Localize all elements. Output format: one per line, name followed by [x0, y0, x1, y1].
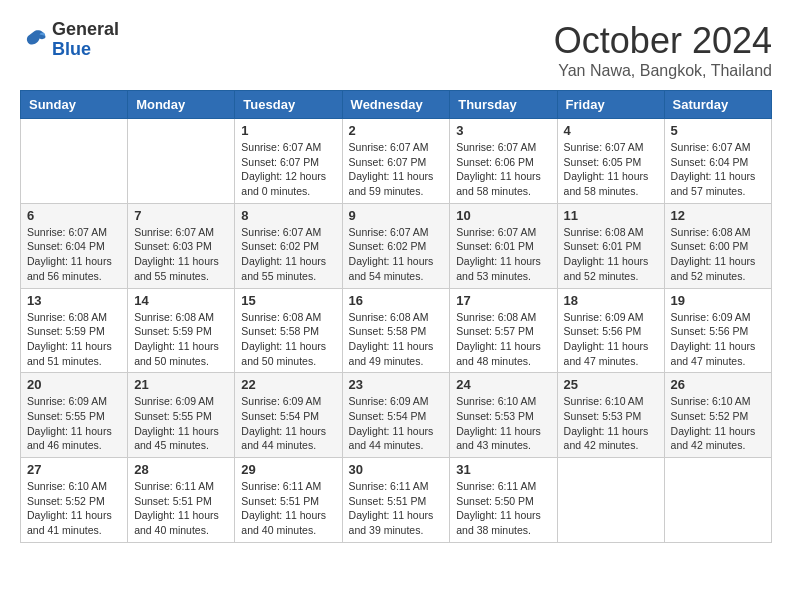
- day-info: Sunrise: 6:07 AMSunset: 6:02 PMDaylight:…: [241, 225, 335, 284]
- day-info: Sunrise: 6:11 AMSunset: 5:51 PMDaylight:…: [349, 479, 444, 538]
- day-info: Sunrise: 6:08 AMSunset: 5:59 PMDaylight:…: [134, 310, 228, 369]
- day-info: Sunrise: 6:08 AMSunset: 6:01 PMDaylight:…: [564, 225, 658, 284]
- weekday-header-thursday: Thursday: [450, 91, 557, 119]
- calendar-cell: [128, 119, 235, 204]
- week-row-1: 1Sunrise: 6:07 AMSunset: 6:07 PMDaylight…: [21, 119, 772, 204]
- calendar-table: SundayMondayTuesdayWednesdayThursdayFrid…: [20, 90, 772, 543]
- calendar-cell: 15Sunrise: 6:08 AMSunset: 5:58 PMDayligh…: [235, 288, 342, 373]
- location-subtitle: Yan Nawa, Bangkok, Thailand: [554, 62, 772, 80]
- calendar-cell: 7Sunrise: 6:07 AMSunset: 6:03 PMDaylight…: [128, 203, 235, 288]
- day-number: 6: [27, 208, 121, 223]
- logo-icon: [20, 26, 48, 54]
- weekday-header-tuesday: Tuesday: [235, 91, 342, 119]
- calendar-cell: 21Sunrise: 6:09 AMSunset: 5:55 PMDayligh…: [128, 373, 235, 458]
- day-number: 30: [349, 462, 444, 477]
- day-number: 18: [564, 293, 658, 308]
- day-number: 8: [241, 208, 335, 223]
- day-number: 28: [134, 462, 228, 477]
- calendar-cell: 17Sunrise: 6:08 AMSunset: 5:57 PMDayligh…: [450, 288, 557, 373]
- day-number: 4: [564, 123, 658, 138]
- day-number: 1: [241, 123, 335, 138]
- day-number: 25: [564, 377, 658, 392]
- day-number: 10: [456, 208, 550, 223]
- day-info: Sunrise: 6:10 AMSunset: 5:52 PMDaylight:…: [27, 479, 121, 538]
- week-row-5: 27Sunrise: 6:10 AMSunset: 5:52 PMDayligh…: [21, 458, 772, 543]
- logo: General Blue: [20, 20, 119, 60]
- day-number: 15: [241, 293, 335, 308]
- calendar-cell: 29Sunrise: 6:11 AMSunset: 5:51 PMDayligh…: [235, 458, 342, 543]
- calendar-cell: 19Sunrise: 6:09 AMSunset: 5:56 PMDayligh…: [664, 288, 771, 373]
- day-info: Sunrise: 6:08 AMSunset: 5:57 PMDaylight:…: [456, 310, 550, 369]
- calendar-cell: 5Sunrise: 6:07 AMSunset: 6:04 PMDaylight…: [664, 119, 771, 204]
- day-info: Sunrise: 6:11 AMSunset: 5:50 PMDaylight:…: [456, 479, 550, 538]
- calendar-cell: 16Sunrise: 6:08 AMSunset: 5:58 PMDayligh…: [342, 288, 450, 373]
- calendar-cell: [557, 458, 664, 543]
- calendar-cell: 2Sunrise: 6:07 AMSunset: 6:07 PMDaylight…: [342, 119, 450, 204]
- day-number: 16: [349, 293, 444, 308]
- calendar-cell: 3Sunrise: 6:07 AMSunset: 6:06 PMDaylight…: [450, 119, 557, 204]
- day-info: Sunrise: 6:10 AMSunset: 5:52 PMDaylight:…: [671, 394, 765, 453]
- calendar-cell: 22Sunrise: 6:09 AMSunset: 5:54 PMDayligh…: [235, 373, 342, 458]
- weekday-header-wednesday: Wednesday: [342, 91, 450, 119]
- day-info: Sunrise: 6:07 AMSunset: 6:04 PMDaylight:…: [671, 140, 765, 199]
- day-number: 21: [134, 377, 228, 392]
- day-number: 31: [456, 462, 550, 477]
- calendar-cell: 23Sunrise: 6:09 AMSunset: 5:54 PMDayligh…: [342, 373, 450, 458]
- calendar-cell: 4Sunrise: 6:07 AMSunset: 6:05 PMDaylight…: [557, 119, 664, 204]
- calendar-cell: 20Sunrise: 6:09 AMSunset: 5:55 PMDayligh…: [21, 373, 128, 458]
- calendar-cell: 6Sunrise: 6:07 AMSunset: 6:04 PMDaylight…: [21, 203, 128, 288]
- page-header: General Blue October 2024 Yan Nawa, Bang…: [20, 20, 772, 80]
- weekday-header-saturday: Saturday: [664, 91, 771, 119]
- weekday-header-row: SundayMondayTuesdayWednesdayThursdayFrid…: [21, 91, 772, 119]
- calendar-cell: 18Sunrise: 6:09 AMSunset: 5:56 PMDayligh…: [557, 288, 664, 373]
- day-number: 2: [349, 123, 444, 138]
- week-row-2: 6Sunrise: 6:07 AMSunset: 6:04 PMDaylight…: [21, 203, 772, 288]
- title-section: October 2024 Yan Nawa, Bangkok, Thailand: [554, 20, 772, 80]
- day-info: Sunrise: 6:08 AMSunset: 6:00 PMDaylight:…: [671, 225, 765, 284]
- day-info: Sunrise: 6:09 AMSunset: 5:56 PMDaylight:…: [564, 310, 658, 369]
- day-info: Sunrise: 6:07 AMSunset: 6:07 PMDaylight:…: [241, 140, 335, 199]
- day-info: Sunrise: 6:11 AMSunset: 5:51 PMDaylight:…: [241, 479, 335, 538]
- calendar-cell: [21, 119, 128, 204]
- calendar-cell: 30Sunrise: 6:11 AMSunset: 5:51 PMDayligh…: [342, 458, 450, 543]
- logo-general: General: [52, 20, 119, 40]
- weekday-header-sunday: Sunday: [21, 91, 128, 119]
- day-info: Sunrise: 6:07 AMSunset: 6:07 PMDaylight:…: [349, 140, 444, 199]
- week-row-4: 20Sunrise: 6:09 AMSunset: 5:55 PMDayligh…: [21, 373, 772, 458]
- calendar-cell: 24Sunrise: 6:10 AMSunset: 5:53 PMDayligh…: [450, 373, 557, 458]
- day-info: Sunrise: 6:08 AMSunset: 5:58 PMDaylight:…: [349, 310, 444, 369]
- day-number: 5: [671, 123, 765, 138]
- day-info: Sunrise: 6:11 AMSunset: 5:51 PMDaylight:…: [134, 479, 228, 538]
- calendar-cell: 8Sunrise: 6:07 AMSunset: 6:02 PMDaylight…: [235, 203, 342, 288]
- calendar-cell: 14Sunrise: 6:08 AMSunset: 5:59 PMDayligh…: [128, 288, 235, 373]
- day-number: 14: [134, 293, 228, 308]
- calendar-cell: 1Sunrise: 6:07 AMSunset: 6:07 PMDaylight…: [235, 119, 342, 204]
- day-info: Sunrise: 6:07 AMSunset: 6:02 PMDaylight:…: [349, 225, 444, 284]
- day-number: 7: [134, 208, 228, 223]
- weekday-header-monday: Monday: [128, 91, 235, 119]
- day-number: 26: [671, 377, 765, 392]
- day-number: 29: [241, 462, 335, 477]
- day-number: 13: [27, 293, 121, 308]
- day-info: Sunrise: 6:07 AMSunset: 6:03 PMDaylight:…: [134, 225, 228, 284]
- day-number: 19: [671, 293, 765, 308]
- day-info: Sunrise: 6:09 AMSunset: 5:56 PMDaylight:…: [671, 310, 765, 369]
- month-title: October 2024: [554, 20, 772, 62]
- calendar-cell: [664, 458, 771, 543]
- week-row-3: 13Sunrise: 6:08 AMSunset: 5:59 PMDayligh…: [21, 288, 772, 373]
- calendar-cell: 12Sunrise: 6:08 AMSunset: 6:00 PMDayligh…: [664, 203, 771, 288]
- day-info: Sunrise: 6:07 AMSunset: 6:04 PMDaylight:…: [27, 225, 121, 284]
- day-number: 20: [27, 377, 121, 392]
- day-number: 3: [456, 123, 550, 138]
- day-info: Sunrise: 6:08 AMSunset: 5:58 PMDaylight:…: [241, 310, 335, 369]
- day-number: 17: [456, 293, 550, 308]
- calendar-cell: 25Sunrise: 6:10 AMSunset: 5:53 PMDayligh…: [557, 373, 664, 458]
- day-number: 24: [456, 377, 550, 392]
- day-info: Sunrise: 6:08 AMSunset: 5:59 PMDaylight:…: [27, 310, 121, 369]
- calendar-cell: 9Sunrise: 6:07 AMSunset: 6:02 PMDaylight…: [342, 203, 450, 288]
- day-number: 27: [27, 462, 121, 477]
- day-info: Sunrise: 6:07 AMSunset: 6:06 PMDaylight:…: [456, 140, 550, 199]
- day-info: Sunrise: 6:10 AMSunset: 5:53 PMDaylight:…: [456, 394, 550, 453]
- calendar-cell: 27Sunrise: 6:10 AMSunset: 5:52 PMDayligh…: [21, 458, 128, 543]
- day-info: Sunrise: 6:09 AMSunset: 5:54 PMDaylight:…: [241, 394, 335, 453]
